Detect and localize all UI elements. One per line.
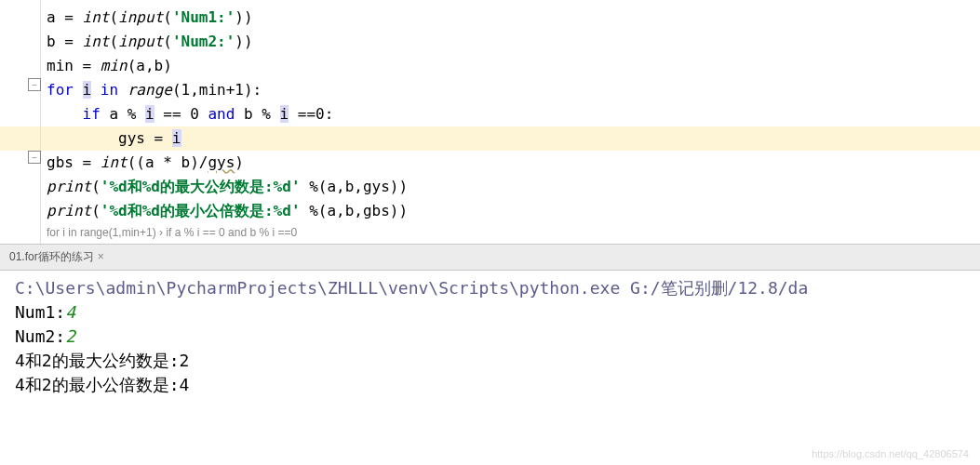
code-line[interactable]: print('%d和%d的最大公约数是:%d' %(a,b,gys))	[0, 175, 980, 199]
breadcrumb[interactable]: for i in range(1,min+1) › if a % i == 0 …	[0, 223, 980, 242]
tab-label: 01.for循环的练习	[9, 250, 94, 263]
console-output[interactable]: C:\Users\admin\PycharmProjects\ZHLLL\ven…	[0, 271, 980, 403]
console-line: 4和2的最小公倍数是:4	[15, 373, 965, 397]
code-line[interactable]: for i in range(1,min+1):	[0, 78, 980, 102]
fold-icon[interactable]: −	[28, 151, 41, 164]
run-tab-bar: 01.for循环的练习×	[0, 244, 980, 271]
code-line[interactable]: print('%d和%d的最小公倍数是:%d' %(a,b,gbs))	[0, 199, 980, 223]
code-line[interactable]: a = int(input('Num1:'))	[0, 6, 980, 30]
code-line[interactable]: if a % i == 0 and b % i ==0:	[0, 102, 980, 126]
console-line: Num1:4	[15, 300, 965, 325]
code-line-active[interactable]: gys = i	[0, 126, 980, 151]
code-line[interactable]: b = int(input('Num2:'))	[0, 30, 980, 54]
code-editor[interactable]: − − a = int(input('Num1:')) b = int(inpu…	[0, 0, 980, 244]
code-line[interactable]: gbs = int((a * b)/gys)	[0, 151, 980, 175]
tab-run[interactable]: 01.for循环的练习×	[6, 246, 108, 268]
close-icon[interactable]: ×	[98, 250, 104, 263]
fold-icon[interactable]: −	[28, 78, 41, 91]
console-line: 4和2的最大公约数是:2	[15, 349, 965, 373]
console-line: Num2:2	[15, 325, 965, 349]
code-line[interactable]: min = min(a,b)	[0, 54, 980, 78]
console-command: C:\Users\admin\PycharmProjects\ZHLLL\ven…	[15, 276, 965, 300]
gutter: − −	[0, 0, 41, 244]
